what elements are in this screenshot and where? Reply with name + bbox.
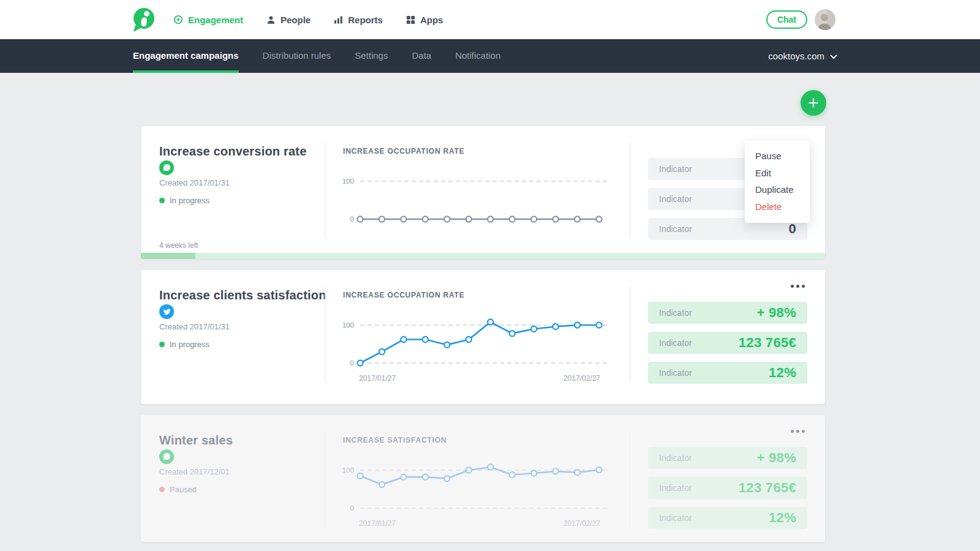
campaign-card-winter-sales: Winter sales Created 2017/12/01 Paused I… bbox=[141, 415, 825, 542]
status-dot bbox=[159, 342, 165, 347]
chat-bubble-icon bbox=[159, 449, 174, 464]
more-options-button[interactable] bbox=[788, 427, 807, 435]
divider bbox=[630, 287, 630, 383]
line-chart: 1000 bbox=[343, 159, 612, 233]
account-name: cooktoys.com bbox=[768, 51, 824, 61]
chart-date-start: 2017/01/27 bbox=[359, 374, 396, 383]
indicator-label: Indicator bbox=[659, 224, 692, 234]
nav-label: People bbox=[281, 15, 311, 25]
indicator-label: Indicator bbox=[659, 308, 692, 318]
status: Paused bbox=[159, 485, 197, 494]
created-date: Created 2017/12/01 bbox=[159, 467, 230, 476]
created-date: Created 2017/01/31 bbox=[159, 322, 230, 331]
chat-button[interactable]: Chat bbox=[766, 10, 807, 29]
chart-date-start: 2017/01/27 bbox=[359, 519, 396, 528]
twitter-icon bbox=[159, 304, 174, 319]
chart-title: INCREASE OCCUPATION RATE bbox=[343, 291, 465, 299]
indicator-value: 12% bbox=[769, 365, 796, 381]
menu-item-pause[interactable]: Pause bbox=[745, 148, 810, 165]
svg-text:100: 100 bbox=[343, 178, 354, 185]
brand-logo-icon[interactable] bbox=[130, 6, 158, 34]
status: In progress bbox=[159, 196, 209, 205]
indicator-value: 123 765€ bbox=[739, 335, 796, 351]
indicator-label: Indicator bbox=[659, 194, 692, 204]
chart-title: INCREASE OCCUPATION RATE bbox=[343, 147, 465, 156]
campaign-summary: Increase conversion rate Created 2017/01… bbox=[159, 126, 323, 259]
indicators: Indicator + 98% Indicator 123 765€ Indic… bbox=[648, 415, 807, 529]
campaign-title: Increase conversion rate bbox=[159, 144, 306, 159]
indicator-value: + 98% bbox=[757, 450, 797, 466]
created-date: Created 2017/01/31 bbox=[159, 178, 230, 187]
tab-data[interactable]: Data bbox=[412, 39, 431, 73]
svg-text:100: 100 bbox=[343, 467, 354, 474]
indicator-label: Indicator bbox=[659, 368, 692, 378]
user-avatar[interactable] bbox=[815, 9, 835, 30]
divider bbox=[630, 432, 630, 528]
status-label: Paused bbox=[170, 485, 197, 494]
line-chart: 1000 bbox=[343, 303, 612, 377]
top-bar: Engagement People Reports Apps bbox=[0, 0, 980, 39]
divider bbox=[630, 143, 630, 239]
indicator-label: Indicator bbox=[659, 453, 692, 463]
more-options-button[interactable] bbox=[788, 282, 807, 290]
main-nav: Engagement People Reports Apps bbox=[173, 0, 443, 39]
svg-text:100: 100 bbox=[343, 321, 354, 329]
nav-item-people[interactable]: People bbox=[266, 15, 311, 25]
app-screen: Engagement People Reports Apps bbox=[0, 0, 980, 551]
nav-label: Reports bbox=[348, 15, 383, 25]
status-dot bbox=[159, 487, 165, 492]
chart-date-end: 2017/02/27 bbox=[564, 519, 600, 528]
campaign-summary: Increase clients satisfaction Created 20… bbox=[159, 270, 323, 404]
campaign-chart: INCREASE OCCUPATION RATE 1000 bbox=[325, 126, 630, 259]
person-icon bbox=[266, 15, 276, 24]
bar-chart-icon bbox=[334, 15, 343, 24]
time-left: 4 weeks left bbox=[159, 241, 198, 250]
campaign-title: Increase clients satisfaction bbox=[159, 288, 326, 302]
indicator-row: Indicator + 98% bbox=[648, 302, 807, 324]
tab-notification[interactable]: Notification bbox=[455, 39, 500, 73]
indicator-row: Indicator + 98% bbox=[648, 447, 807, 469]
status: In progress bbox=[159, 340, 209, 349]
campaign-chart: INCREASE SATISFACTION 1000 2017/01/27 20… bbox=[325, 415, 630, 542]
svg-text:0: 0 bbox=[350, 359, 354, 367]
nav-item-reports[interactable]: Reports bbox=[334, 15, 383, 25]
chart-title: INCREASE SATISFACTION bbox=[343, 436, 447, 444]
campaign-card-increase-conversion-rate: Increase conversion rate Created 2017/01… bbox=[141, 126, 825, 259]
tab-distribution-rules[interactable]: Distribution rules bbox=[263, 39, 331, 73]
menu-item-duplicate[interactable]: Duplicate bbox=[745, 181, 810, 198]
add-campaign-button[interactable] bbox=[801, 90, 826, 116]
campaign-progress-bar bbox=[141, 253, 825, 259]
indicator-row: Indicator 123 765€ bbox=[648, 332, 807, 354]
campaign-context-menu: Pause Edit Duplicate Delete bbox=[745, 141, 810, 223]
tab-settings[interactable]: Settings bbox=[355, 39, 388, 73]
indicator-label: Indicator bbox=[659, 338, 692, 348]
menu-item-delete[interactable]: Delete bbox=[745, 198, 810, 216]
chart-date-end: 2017/02/27 bbox=[564, 374, 600, 383]
target-icon bbox=[173, 15, 183, 24]
sub-nav-tabs: Engagement campaigns Distribution rules … bbox=[133, 39, 500, 73]
menu-item-edit[interactable]: Edit bbox=[745, 165, 810, 182]
indicator-label: Indicator bbox=[659, 513, 692, 523]
indicator-value: + 98% bbox=[757, 305, 797, 321]
campaign-card-increase-clients-satisfaction: Increase clients satisfaction Created 20… bbox=[141, 270, 825, 404]
indicators: Indicator + 98% Indicator 123 765€ Indic… bbox=[648, 270, 807, 384]
status-label: In progress bbox=[170, 196, 209, 205]
sub-nav: Engagement campaigns Distribution rules … bbox=[0, 39, 980, 73]
indicator-label: Indicator bbox=[659, 483, 692, 493]
nav-label: Apps bbox=[420, 15, 443, 25]
indicator-value: 123 765€ bbox=[739, 480, 796, 496]
campaign-title: Winter sales bbox=[159, 433, 233, 448]
indicator-row: Indicator 123 765€ bbox=[648, 477, 807, 499]
grid-icon bbox=[406, 15, 415, 24]
indicator-row: Indicator 12% bbox=[648, 507, 807, 529]
campaign-progress-fill bbox=[141, 253, 195, 259]
nav-item-engagement[interactable]: Engagement bbox=[173, 15, 243, 25]
chat-bubble-icon bbox=[159, 160, 174, 175]
campaign-chart: INCREASE OCCUPATION RATE 1000 2017/01/27… bbox=[325, 270, 630, 404]
indicator-value: 12% bbox=[769, 510, 796, 526]
indicator-row: Indicator 12% bbox=[648, 362, 807, 384]
svg-text:0: 0 bbox=[350, 504, 354, 512]
tab-engagement-campaigns[interactable]: Engagement campaigns bbox=[133, 39, 239, 73]
account-selector[interactable]: cooktoys.com bbox=[768, 39, 837, 73]
nav-item-apps[interactable]: Apps bbox=[406, 15, 443, 25]
